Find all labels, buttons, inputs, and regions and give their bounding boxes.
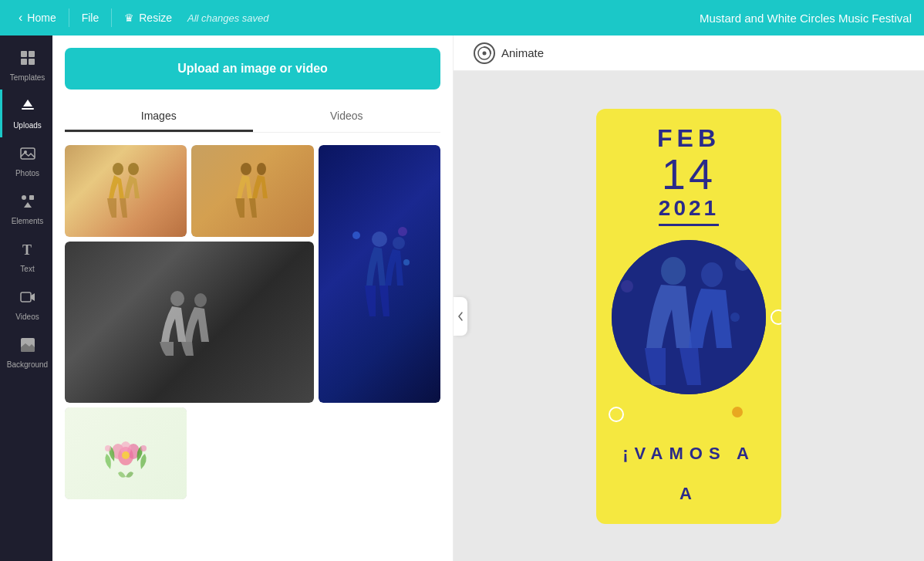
collapse-panel-button[interactable]	[454, 297, 467, 336]
nav-divider-1	[69, 8, 69, 27]
main-area: Templates Uploads Photos	[0, 35, 924, 561]
svg-rect-11	[21, 292, 31, 302]
card-vamos-line1: ¡VAMOS A	[604, 431, 774, 471]
sidebar-item-photos[interactable]: Photos	[0, 137, 52, 185]
canvas-scroll[interactable]: FEB 14 2021	[454, 71, 924, 561]
tab-bar: Images Videos	[65, 102, 440, 133]
svg-rect-6	[21, 148, 35, 159]
card-year: 2021	[659, 196, 719, 226]
animate-bar: Animate	[454, 35, 924, 71]
card-header: FEB 14 2021	[596, 109, 781, 240]
resize-label: Resize	[139, 12, 172, 24]
sidebar-item-elements[interactable]: Elements	[0, 185, 52, 233]
svg-point-38	[730, 313, 740, 322]
svg-point-21	[403, 259, 410, 265]
templates-icon	[19, 49, 36, 70]
card-circle-image	[612, 240, 766, 394]
sidebar-item-text[interactable]: T Text	[0, 233, 52, 281]
svg-point-30	[140, 445, 147, 451]
svg-rect-3	[29, 59, 35, 65]
sidebar-item-templates[interactable]: Templates	[0, 42, 52, 90]
canvas-area: Animate FEB 14 2021	[454, 35, 924, 561]
svg-point-29	[105, 445, 111, 451]
file-label: File	[82, 12, 99, 24]
svg-point-37	[621, 280, 633, 292]
svg-point-35	[701, 262, 723, 287]
sidebar-item-videos[interactable]: Videos	[0, 281, 52, 329]
festival-card: FEB 14 2021	[596, 109, 781, 524]
upload-button[interactable]: Upload an image or video	[65, 48, 440, 90]
svg-point-19	[352, 231, 360, 239]
svg-point-28	[122, 451, 130, 459]
list-item[interactable]	[65, 145, 187, 237]
svg-point-8	[22, 195, 26, 200]
videos-icon	[19, 289, 36, 309]
elements-icon	[19, 193, 36, 214]
sidebar-item-uploads[interactable]: Uploads	[0, 90, 52, 137]
svg-point-23	[194, 293, 207, 307]
svg-point-15	[241, 163, 251, 175]
svg-text:T: T	[22, 242, 32, 258]
photos-label: Photos	[15, 169, 39, 177]
videos-label: Videos	[15, 313, 39, 321]
file-button[interactable]: File	[73, 7, 109, 29]
left-sidebar: Templates Uploads Photos	[0, 35, 52, 561]
image-thumbnail-4	[143, 288, 235, 357]
document-title: Mustard and White Circles Music Festival	[700, 12, 912, 25]
list-item[interactable]	[65, 407, 187, 499]
svg-rect-4	[22, 108, 34, 110]
home-button[interactable]: ‹ Home	[9, 6, 66, 29]
uploads-icon	[19, 97, 36, 118]
background-icon	[19, 336, 36, 357]
svg-point-17	[372, 231, 387, 247]
card-decoration-circle	[771, 309, 781, 325]
svg-rect-0	[21, 51, 27, 57]
image-thumbnail-5	[99, 427, 153, 481]
image-thumbnail-2	[191, 145, 313, 237]
text-icon: T	[19, 241, 36, 262]
svg-point-34	[661, 257, 686, 285]
tab-images[interactable]: Images	[65, 102, 253, 132]
list-item[interactable]	[65, 242, 314, 404]
svg-rect-9	[29, 195, 34, 200]
card-solid-circle	[732, 407, 743, 417]
photos-icon	[19, 145, 36, 166]
svg-point-13	[113, 163, 123, 175]
templates-label: Templates	[10, 73, 46, 82]
card-vamos-area: ¡VAMOS A A	[596, 425, 781, 524]
animate-label: Animate	[501, 46, 544, 59]
svg-point-20	[398, 227, 407, 236]
svg-point-14	[128, 163, 139, 175]
top-nav: ‹ Home File ♛ Resize All changes saved M…	[0, 0, 924, 35]
svg-marker-5	[23, 100, 32, 106]
list-item[interactable]	[319, 145, 440, 403]
svg-point-18	[393, 237, 405, 249]
sidebar-item-background[interactable]: Background	[0, 329, 52, 377]
chevron-left-icon: ‹	[19, 11, 22, 25]
uploads-label: Uploads	[13, 121, 42, 130]
card-accent-area	[596, 394, 781, 425]
card-feb: FEB	[612, 124, 766, 153]
animate-icon	[474, 42, 495, 64]
svg-rect-2	[21, 59, 27, 65]
saved-status: All changes saved	[187, 12, 269, 24]
text-label: Text	[20, 265, 34, 273]
card-hollow-circle	[609, 407, 624, 422]
list-item[interactable]	[191, 145, 313, 237]
card-vamos-line2: A	[604, 471, 774, 512]
image-thumbnail-1	[65, 145, 187, 237]
card-day: 14	[612, 153, 766, 196]
svg-point-22	[170, 291, 184, 306]
resize-button[interactable]: ♛ Resize	[115, 7, 181, 29]
background-label: Background	[7, 360, 48, 369]
animate-button[interactable]: Animate	[466, 38, 551, 69]
home-label: Home	[27, 12, 56, 24]
upload-panel: Upload an image or video Images Videos	[52, 35, 454, 561]
crown-icon: ♛	[124, 12, 134, 24]
nav-divider-2	[111, 8, 112, 27]
svg-point-32	[483, 51, 487, 55]
svg-point-36	[735, 255, 750, 271]
tab-videos[interactable]: Videos	[253, 102, 441, 132]
images-grid	[65, 145, 440, 499]
elements-label: Elements	[12, 217, 44, 225]
